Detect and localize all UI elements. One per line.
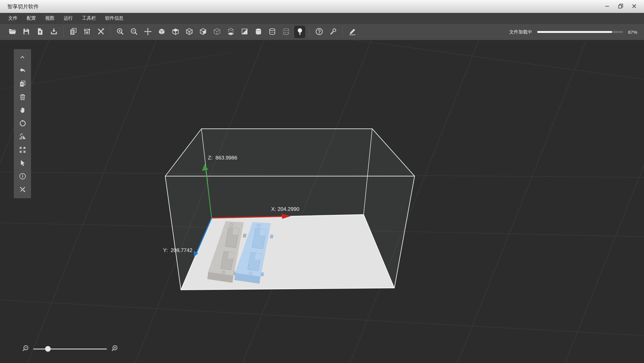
viewport-zoom-out-button[interactable]	[21, 345, 29, 353]
file-load-progress: 文件加载中 87%	[509, 29, 644, 35]
z-axis-label: Z: 863.9986	[208, 155, 237, 161]
left-toolbar	[14, 49, 31, 198]
help-button[interactable]	[314, 26, 325, 38]
zoom-out-icon	[130, 27, 138, 37]
mirror-flip-icon	[19, 133, 26, 141]
undo-arrow-icon	[19, 67, 26, 75]
viewport-zoom-slider-thumb[interactable]	[45, 346, 51, 352]
menu-config[interactable]: 配置	[22, 13, 41, 24]
view-wireframe-button[interactable]	[184, 26, 195, 38]
import-file-button[interactable]	[48, 26, 59, 38]
maximize-arrows-icon	[19, 146, 26, 155]
view-backface-button[interactable]	[170, 26, 181, 38]
cylinder-points-icon	[282, 27, 290, 37]
menu-view[interactable]: 视图	[41, 13, 59, 24]
view-dashed-button[interactable]	[211, 26, 222, 38]
toolbar: 文件加载中 87%	[0, 24, 644, 40]
application-window: 智享切片软件 文件配置视图运行工具栏软件信息 文件加载中 87%	[0, 0, 644, 363]
info-button[interactable]	[14, 170, 31, 183]
annotate-button[interactable]	[347, 26, 358, 38]
minimize-icon	[604, 3, 611, 10]
move-view-button[interactable]	[142, 26, 153, 38]
cube-backface-icon	[171, 27, 180, 37]
hand-icon	[19, 106, 26, 115]
cube-wireframe-icon	[185, 27, 193, 37]
progress-percent: 87%	[628, 30, 637, 35]
viewport-zoom-in-button[interactable]	[111, 345, 119, 353]
restore-icon	[617, 3, 624, 10]
trash-icon	[19, 93, 26, 102]
copy-sheet-icon	[69, 27, 77, 37]
info-circle-icon	[19, 172, 26, 181]
parameter-settings-button[interactable]	[81, 26, 92, 38]
file-export-icon	[36, 27, 44, 37]
key-icon	[329, 27, 337, 37]
close-button[interactable]	[629, 2, 639, 11]
sliders-icon	[83, 27, 91, 37]
export-file-button[interactable]	[34, 26, 45, 38]
zoom-in-button[interactable]	[115, 26, 126, 38]
file-import-icon	[50, 27, 58, 37]
progress-label: 文件加载中	[509, 29, 532, 35]
repair-button[interactable]	[14, 183, 31, 196]
cube-section-icon	[240, 27, 249, 37]
view-solid-button[interactable]	[156, 26, 167, 38]
cylinder-solid-icon	[254, 27, 263, 37]
fit-view-button[interactable]	[14, 144, 31, 157]
profile-copy-button[interactable]	[68, 26, 79, 38]
rotate-view-button[interactable]	[14, 117, 31, 130]
view-section-button[interactable]	[239, 26, 250, 38]
cube-dashed-icon	[213, 27, 221, 37]
menu-file[interactable]: 文件	[4, 13, 22, 24]
view-cylinder-button[interactable]	[253, 26, 264, 38]
menu-soft-info[interactable]: 软件信息	[100, 13, 128, 24]
light-toggle-button[interactable]	[294, 26, 305, 38]
save-file-button[interactable]	[21, 26, 32, 38]
viewport-canvas[interactable]: Z: 863.9986 X: 204.2990 Y: 208.7742	[0, 40, 644, 363]
tools-button[interactable]	[95, 26, 106, 38]
lightbulb-icon	[296, 27, 304, 37]
view-hidden-edges-button[interactable]	[197, 26, 209, 38]
minimize-button[interactable]	[602, 2, 612, 11]
view-cylinder-wire-button[interactable]	[267, 26, 278, 38]
window-title: 智享切片软件	[0, 3, 39, 10]
select-button[interactable]	[14, 157, 31, 170]
titlebar: 智享切片软件	[0, 0, 644, 13]
repair-tools-icon	[19, 186, 26, 194]
inspect-button[interactable]	[327, 26, 338, 38]
open-file-button[interactable]	[7, 26, 18, 38]
cube-plane-icon	[227, 27, 235, 37]
question-icon	[315, 27, 323, 37]
mirror-button[interactable]	[14, 130, 31, 144]
pan-button[interactable]	[14, 104, 31, 117]
collapse-panel-button[interactable]	[14, 51, 31, 64]
move-arrows-icon	[144, 27, 152, 37]
zoom-out-button[interactable]	[128, 26, 139, 38]
view-cylinder-points-button[interactable]	[280, 26, 291, 38]
pen-icon	[348, 27, 357, 37]
cube-solid-icon	[158, 27, 166, 37]
wrench-screwdriver-icon	[97, 27, 105, 37]
viewport[interactable]: Z: 863.9986 X: 204.2990 Y: 208.7742	[0, 40, 644, 363]
toolbar-separator	[110, 27, 111, 37]
zoom-in-icon	[111, 345, 119, 353]
chevron-up-icon	[19, 54, 26, 61]
menubar: 文件配置视图运行工具栏软件信息	[0, 13, 644, 24]
cursor-icon	[19, 159, 26, 168]
x-axis-label: X: 204.2990	[271, 206, 299, 212]
rotate-ccw-icon	[19, 120, 26, 128]
zoom-out-icon	[21, 345, 29, 353]
cylinder-wire-icon	[268, 27, 276, 37]
duplicate-model-button[interactable]	[14, 77, 31, 91]
delete-model-button[interactable]	[14, 91, 31, 104]
folder-open-icon	[8, 27, 17, 37]
toolbar-buttons	[7, 26, 361, 38]
view-plane-button[interactable]	[225, 26, 236, 38]
restore-button[interactable]	[616, 2, 626, 11]
progress-fill	[537, 31, 612, 33]
menu-run[interactable]: 运行	[59, 13, 77, 24]
undo-button[interactable]	[14, 64, 31, 77]
y-axis-label: Y: 208.7742	[163, 247, 192, 253]
menu-toolbar[interactable]: 工具栏	[77, 13, 100, 24]
viewport-zoom-slider[interactable]	[33, 349, 107, 349]
